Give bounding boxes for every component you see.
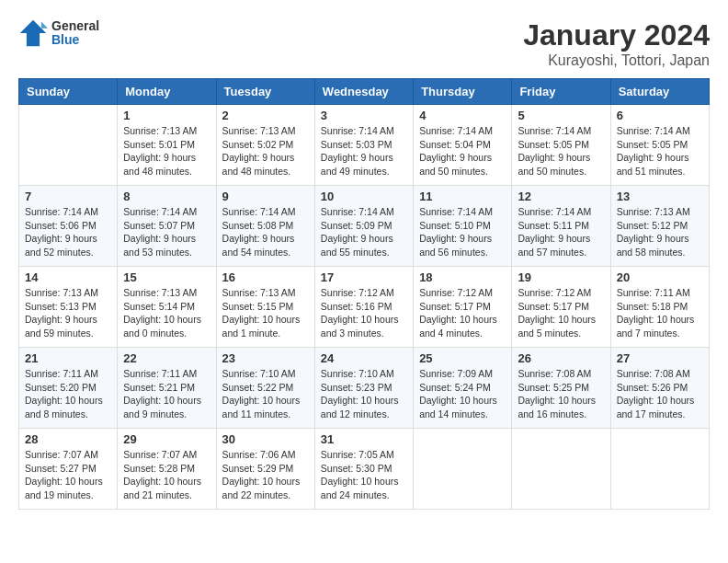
calendar-table: SundayMondayTuesdayWednesdayThursdayFrid… (18, 78, 710, 510)
calendar-cell: 18Sunrise: 7:12 AM Sunset: 5:17 PM Dayli… (414, 267, 512, 348)
calendar-cell: 10Sunrise: 7:14 AM Sunset: 5:09 PM Dayli… (314, 186, 413, 267)
calendar-cell: 4Sunrise: 7:14 AM Sunset: 5:04 PM Daylig… (414, 105, 512, 186)
day-number: 13 (617, 190, 703, 203)
day-info: Sunrise: 7:14 AM Sunset: 5:03 PM Dayligh… (321, 124, 407, 178)
subtitle: Kurayoshi, Tottori, Japan (523, 52, 710, 69)
calendar-cell: 25Sunrise: 7:09 AM Sunset: 5:24 PM Dayli… (414, 348, 512, 429)
day-info: Sunrise: 7:13 AM Sunset: 5:15 PM Dayligh… (222, 286, 309, 340)
calendar-cell: 6Sunrise: 7:14 AM Sunset: 5:05 PM Daylig… (610, 105, 709, 186)
day-number: 19 (518, 270, 604, 284)
calendar-cell: 28Sunrise: 7:07 AM Sunset: 5:27 PM Dayli… (19, 429, 118, 510)
calendar-cell: 11Sunrise: 7:14 AM Sunset: 5:10 PM Dayli… (414, 186, 512, 267)
day-number: 9 (222, 190, 309, 203)
logo-blue-text: Blue (51, 33, 99, 47)
day-info: Sunrise: 7:08 AM Sunset: 5:25 PM Dayligh… (518, 367, 604, 421)
weekday-header-cell: Thursday (414, 79, 512, 105)
day-info: Sunrise: 7:10 AM Sunset: 5:23 PM Dayligh… (321, 367, 407, 421)
day-info: Sunrise: 7:14 AM Sunset: 5:10 PM Dayligh… (419, 205, 506, 259)
day-info: Sunrise: 7:14 AM Sunset: 5:09 PM Dayligh… (321, 205, 407, 259)
calendar-cell: 31Sunrise: 7:05 AM Sunset: 5:30 PM Dayli… (314, 429, 413, 510)
calendar-cell: 24Sunrise: 7:10 AM Sunset: 5:23 PM Dayli… (314, 348, 413, 429)
day-number: 11 (419, 190, 506, 203)
day-number: 1 (123, 109, 210, 122)
title-section: January 2024 Kurayoshi, Tottori, Japan (523, 18, 710, 69)
calendar-cell (414, 429, 512, 510)
day-number: 22 (123, 351, 210, 365)
day-number: 23 (222, 351, 309, 365)
calendar-cell: 16Sunrise: 7:13 AM Sunset: 5:15 PM Dayli… (216, 267, 314, 348)
day-info: Sunrise: 7:14 AM Sunset: 5:05 PM Dayligh… (617, 124, 703, 178)
header: General Blue January 2024 Kurayoshi, Tot… (18, 18, 710, 69)
weekday-header-cell: Tuesday (216, 79, 314, 105)
day-number: 14 (25, 270, 111, 284)
weekday-header-cell: Wednesday (314, 79, 413, 105)
calendar-cell (610, 429, 709, 510)
day-info: Sunrise: 7:14 AM Sunset: 5:06 PM Dayligh… (25, 205, 111, 259)
calendar-cell: 9Sunrise: 7:14 AM Sunset: 5:08 PM Daylig… (216, 186, 314, 267)
day-info: Sunrise: 7:13 AM Sunset: 5:01 PM Dayligh… (123, 124, 210, 178)
day-info: Sunrise: 7:05 AM Sunset: 5:30 PM Dayligh… (321, 448, 407, 502)
day-info: Sunrise: 7:13 AM Sunset: 5:13 PM Dayligh… (25, 286, 111, 340)
day-number: 29 (123, 432, 210, 446)
day-info: Sunrise: 7:08 AM Sunset: 5:26 PM Dayligh… (617, 367, 703, 421)
calendar-week-row: 1Sunrise: 7:13 AM Sunset: 5:01 PM Daylig… (19, 105, 710, 186)
day-number: 5 (518, 109, 604, 122)
day-info: Sunrise: 7:11 AM Sunset: 5:20 PM Dayligh… (25, 367, 111, 421)
day-info: Sunrise: 7:13 AM Sunset: 5:14 PM Dayligh… (123, 286, 210, 340)
weekday-header-row: SundayMondayTuesdayWednesdayThursdayFrid… (19, 79, 710, 105)
calendar-cell (512, 429, 610, 510)
calendar-week-row: 14Sunrise: 7:13 AM Sunset: 5:13 PM Dayli… (19, 267, 710, 348)
day-number: 20 (617, 270, 703, 284)
day-info: Sunrise: 7:14 AM Sunset: 5:07 PM Dayligh… (123, 205, 210, 259)
day-number: 4 (419, 109, 506, 122)
day-number: 27 (617, 351, 703, 365)
day-number: 16 (222, 270, 309, 284)
calendar-cell: 12Sunrise: 7:14 AM Sunset: 5:11 PM Dayli… (512, 186, 610, 267)
day-number: 12 (518, 190, 604, 203)
logo-general-text: General (51, 19, 99, 33)
logo: General Blue (18, 18, 99, 48)
calendar-cell: 14Sunrise: 7:13 AM Sunset: 5:13 PM Dayli… (19, 267, 118, 348)
day-number: 21 (25, 351, 111, 365)
calendar-cell: 1Sunrise: 7:13 AM Sunset: 5:01 PM Daylig… (118, 105, 216, 186)
weekday-header-cell: Monday (118, 79, 216, 105)
calendar-cell: 22Sunrise: 7:11 AM Sunset: 5:21 PM Dayli… (118, 348, 216, 429)
calendar-cell: 13Sunrise: 7:13 AM Sunset: 5:12 PM Dayli… (610, 186, 709, 267)
weekday-header-cell: Friday (512, 79, 610, 105)
day-number: 28 (25, 432, 111, 446)
day-info: Sunrise: 7:14 AM Sunset: 5:11 PM Dayligh… (518, 205, 604, 259)
day-number: 15 (123, 270, 210, 284)
day-info: Sunrise: 7:07 AM Sunset: 5:27 PM Dayligh… (25, 448, 111, 502)
day-info: Sunrise: 7:14 AM Sunset: 5:04 PM Dayligh… (419, 124, 506, 178)
calendar-cell: 2Sunrise: 7:13 AM Sunset: 5:02 PM Daylig… (216, 105, 314, 186)
day-info: Sunrise: 7:14 AM Sunset: 5:05 PM Dayligh… (518, 124, 604, 178)
day-number: 7 (25, 190, 111, 203)
day-info: Sunrise: 7:12 AM Sunset: 5:17 PM Dayligh… (419, 286, 506, 340)
day-info: Sunrise: 7:13 AM Sunset: 5:02 PM Dayligh… (222, 124, 309, 178)
weekday-header-cell: Sunday (19, 79, 118, 105)
calendar-cell: 5Sunrise: 7:14 AM Sunset: 5:05 PM Daylig… (512, 105, 610, 186)
calendar-cell: 27Sunrise: 7:08 AM Sunset: 5:26 PM Dayli… (610, 348, 709, 429)
day-info: Sunrise: 7:12 AM Sunset: 5:17 PM Dayligh… (518, 286, 604, 340)
weekday-header-cell: Saturday (610, 79, 709, 105)
calendar-cell: 3Sunrise: 7:14 AM Sunset: 5:03 PM Daylig… (314, 105, 413, 186)
day-number: 31 (321, 432, 407, 446)
day-number: 25 (419, 351, 506, 365)
calendar-cell (19, 105, 118, 186)
calendar-cell: 19Sunrise: 7:12 AM Sunset: 5:17 PM Dayli… (512, 267, 610, 348)
day-info: Sunrise: 7:09 AM Sunset: 5:24 PM Dayligh… (419, 367, 506, 421)
calendar-body: 1Sunrise: 7:13 AM Sunset: 5:01 PM Daylig… (19, 105, 710, 510)
day-info: Sunrise: 7:12 AM Sunset: 5:16 PM Dayligh… (321, 286, 407, 340)
calendar-cell: 26Sunrise: 7:08 AM Sunset: 5:25 PM Dayli… (512, 348, 610, 429)
calendar-week-row: 7Sunrise: 7:14 AM Sunset: 5:06 PM Daylig… (19, 186, 710, 267)
day-number: 10 (321, 190, 407, 203)
calendar-cell: 8Sunrise: 7:14 AM Sunset: 5:07 PM Daylig… (118, 186, 216, 267)
calendar-week-row: 28Sunrise: 7:07 AM Sunset: 5:27 PM Dayli… (19, 429, 710, 510)
day-number: 6 (617, 109, 703, 122)
logo-icon (18, 18, 48, 48)
day-number: 17 (321, 270, 407, 284)
calendar-week-row: 21Sunrise: 7:11 AM Sunset: 5:20 PM Dayli… (19, 348, 710, 429)
calendar-cell: 29Sunrise: 7:07 AM Sunset: 5:28 PM Dayli… (118, 429, 216, 510)
day-info: Sunrise: 7:11 AM Sunset: 5:18 PM Dayligh… (617, 286, 703, 340)
day-number: 8 (123, 190, 210, 203)
